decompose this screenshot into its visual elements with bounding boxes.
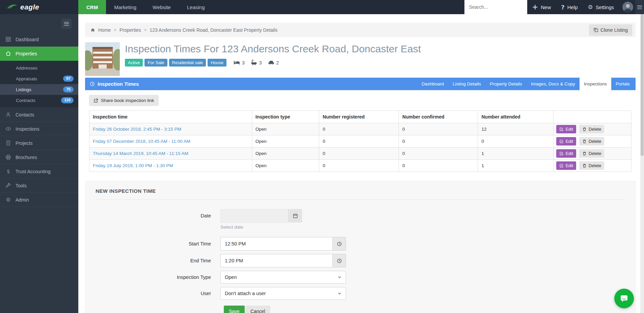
table-row: Friday 26 October 2018, 2:45 PM - 3:15 P… <box>89 123 632 135</box>
attended-cell: 1 <box>478 160 553 172</box>
cancel-button[interactable]: Cancel <box>245 306 270 313</box>
chat-widget-button[interactable] <box>614 289 634 308</box>
sidebar-item-projects[interactable]: Projects <box>0 136 78 150</box>
user-avatar[interactable] <box>622 2 633 12</box>
clock-icon <box>90 81 95 86</box>
tab-portals[interactable]: Portals <box>611 78 634 90</box>
wrench-icon <box>5 183 11 188</box>
save-button[interactable]: Save <box>224 306 245 313</box>
sidebar-item-contracts[interactable]: Contracts 110 <box>0 95 78 106</box>
inspection-time-link[interactable]: Friday 26 October 2018, 2:45 PM - 3:15 P… <box>93 127 181 132</box>
registered-cell: 0 <box>319 135 399 148</box>
inspection-time-link[interactable]: Thursday 14 March 2019, 10:45 AM - 11:15… <box>93 151 188 156</box>
sidebar-item-properties[interactable]: Properties <box>0 47 78 61</box>
printer-icon <box>5 154 11 160</box>
breadcrumb: Home > Properties > 123 Andersons Creek … <box>85 23 636 37</box>
delete-button[interactable]: Delete <box>579 137 605 146</box>
share-book-inspection-link-button[interactable]: Share book inspection link <box>89 95 159 106</box>
settings-button[interactable]: ⚙ Settings <box>583 0 619 14</box>
header-number-confirmed: Number confirmed <box>399 111 478 123</box>
end-time-row: End Time <box>96 254 625 267</box>
end-time-input[interactable] <box>220 254 332 267</box>
nav-tab-crm[interactable]: CRM <box>78 0 106 14</box>
edit-button[interactable]: Edit <box>556 161 576 170</box>
delete-button[interactable]: Delete <box>579 149 605 158</box>
sidebar-item-brochures[interactable]: Brochures <box>0 150 78 164</box>
header-number-attended: Number attended <box>478 111 553 123</box>
tab-dashboard[interactable]: Dashboard <box>417 78 448 90</box>
table-header-row: Inspection time Inspection type Number r… <box>89 111 632 123</box>
app-window: eagle CRM Marketing Website Leasing + Ne… <box>0 0 644 313</box>
edit-button[interactable]: Edit <box>556 137 576 146</box>
sidebar-item-tools[interactable]: Tools <box>0 179 78 193</box>
sidebar-item-dashboard[interactable]: Dashboard <box>0 32 78 47</box>
status-badge-active: Active <box>125 59 143 67</box>
end-time-picker-button[interactable] <box>332 254 346 267</box>
inspection-type-cell: Open <box>252 148 319 160</box>
attended-cell: 12 <box>478 123 553 135</box>
plus-icon: + <box>532 3 538 11</box>
home-icon <box>90 28 95 32</box>
grid-icon <box>5 36 11 42</box>
breadcrumb-home[interactable]: Home <box>90 27 111 33</box>
brand-logo[interactable]: eagle <box>0 0 78 14</box>
nav-tab-website[interactable]: Website <box>144 0 179 14</box>
start-time-row: Start Time <box>96 237 625 251</box>
registered-cell: 0 <box>319 123 399 135</box>
property-stats: 3 3 2 <box>234 59 279 66</box>
avatar-photo <box>622 2 633 12</box>
top-navbar: eagle CRM Marketing Website Leasing + Ne… <box>0 0 644 14</box>
question-icon: ? <box>561 4 564 11</box>
registered-cell: 0 <box>319 160 399 172</box>
start-time-input[interactable] <box>220 237 332 251</box>
trash-icon <box>582 151 587 156</box>
eagle-logo-icon <box>7 4 18 10</box>
sidebar-item-contacts[interactable]: Contacts <box>0 108 78 122</box>
search-input[interactable] <box>464 0 527 14</box>
date-input[interactable] <box>220 209 302 223</box>
sidebar-item-listings[interactable]: Listings 75 <box>0 84 78 95</box>
help-button[interactable]: ? Help <box>556 0 583 14</box>
inspection-time-link[interactable]: Friday 07 December 2018, 10:45 AM - 11:0… <box>93 139 190 144</box>
inspection-time-link[interactable]: Friday 19 July 2019, 1:00 PM - 1:30 PM <box>93 163 173 168</box>
sidebar-item-inspections[interactable]: Inspections <box>0 122 78 136</box>
navbar-menu-toggle[interactable] <box>635 0 644 14</box>
nav-tab-marketing[interactable]: Marketing <box>106 0 144 14</box>
edit-button[interactable]: Edit <box>556 149 576 158</box>
dollar-icon: $ <box>5 168 11 175</box>
inspection-type-select[interactable]: Open <box>220 271 346 284</box>
pencil-icon <box>559 163 564 168</box>
breadcrumb-separator: > <box>114 27 116 32</box>
breadcrumb-separator: > <box>144 27 147 32</box>
main-content: Home > Properties > 123 Andersons Creek … <box>78 14 644 313</box>
start-time-picker-button[interactable] <box>332 237 346 251</box>
scrollbar-thumb[interactable] <box>641 14 644 156</box>
sidebar-item-admin[interactable]: ⚙ Admin <box>0 193 78 207</box>
tab-images-docs-copy[interactable]: Images, Docs & Copy <box>527 78 580 90</box>
sidebar-collapse-button[interactable] <box>61 19 72 29</box>
form-buttons: Save Cancel <box>224 306 625 313</box>
chat-bubble-icon <box>619 293 629 304</box>
house-icon <box>5 51 11 56</box>
sidebar-item-appraisals[interactable]: Appraisals 67 <box>0 73 78 84</box>
table-row: Thursday 14 March 2019, 10:45 AM - 11:15… <box>89 148 632 160</box>
date-picker-button[interactable] <box>288 209 302 222</box>
person-icon <box>5 112 11 118</box>
delete-button[interactable]: Delete <box>579 125 605 133</box>
confirmed-cell: 0 <box>399 123 478 135</box>
user-select[interactable]: Don't attach a user <box>220 287 346 300</box>
edit-button[interactable]: Edit <box>556 125 576 133</box>
clone-listing-button[interactable]: Clone Listing <box>589 24 632 36</box>
date-help-row: Select date <box>96 225 625 230</box>
sidebar-item-trust-accounting[interactable]: $ Trust Accounting <box>0 164 78 179</box>
tab-inspections[interactable]: Inspections <box>580 78 611 90</box>
pencil-icon <box>559 139 564 144</box>
property-thumbnail[interactable] <box>85 42 120 76</box>
new-button[interactable]: + New <box>527 0 556 14</box>
tab-property-details[interactable]: Property Details <box>485 78 527 90</box>
sidebar-item-addresses[interactable]: Addresses <box>0 62 78 73</box>
tab-listing-details[interactable]: Listing Details <box>448 78 485 90</box>
nav-tab-leasing[interactable]: Leasing <box>179 0 213 14</box>
breadcrumb-properties[interactable]: Properties <box>119 27 141 33</box>
delete-button[interactable]: Delete <box>579 161 605 170</box>
